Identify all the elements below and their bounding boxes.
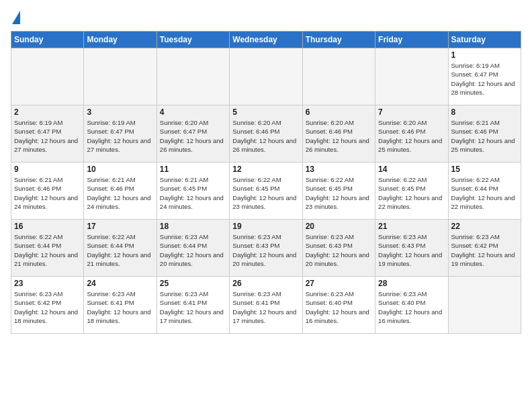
calendar-day-cell: 17Sunrise: 6:22 AM Sunset: 6:44 PM Dayli… <box>84 220 157 277</box>
day-info: Sunrise: 6:20 AM Sunset: 6:46 PM Dayligh… <box>232 118 299 154</box>
calendar-day-cell: 6Sunrise: 6:20 AM Sunset: 6:46 PM Daylig… <box>302 105 375 163</box>
day-info: Sunrise: 6:23 AM Sunset: 6:41 PM Dayligh… <box>160 289 226 325</box>
calendar-day-cell: 22Sunrise: 6:23 AM Sunset: 6:42 PM Dayli… <box>448 220 521 277</box>
day-info: Sunrise: 6:20 AM Sunset: 6:46 PM Dayligh… <box>306 118 372 154</box>
calendar-day-cell: 11Sunrise: 6:21 AM Sunset: 6:45 PM Dayli… <box>157 163 229 220</box>
day-info: Sunrise: 6:23 AM Sunset: 6:41 PM Dayligh… <box>232 289 299 325</box>
day-number: 18 <box>160 222 226 231</box>
calendar-day-cell: 10Sunrise: 6:21 AM Sunset: 6:46 PM Dayli… <box>84 163 157 220</box>
calendar-header-cell: Friday <box>375 32 448 48</box>
day-number: 16 <box>14 222 81 231</box>
calendar-day-cell: 7Sunrise: 6:20 AM Sunset: 6:46 PM Daylig… <box>375 105 448 163</box>
day-number: 20 <box>306 222 372 231</box>
day-info: Sunrise: 6:23 AM Sunset: 6:43 PM Dayligh… <box>378 232 445 268</box>
day-info: Sunrise: 6:23 AM Sunset: 6:40 PM Dayligh… <box>306 289 372 325</box>
day-info: Sunrise: 6:19 AM Sunset: 6:47 PM Dayligh… <box>451 61 518 97</box>
day-info: Sunrise: 6:23 AM Sunset: 6:42 PM Dayligh… <box>451 232 518 268</box>
calendar-day-cell <box>11 48 84 105</box>
day-number: 13 <box>306 165 372 174</box>
calendar-day-cell: 12Sunrise: 6:22 AM Sunset: 6:45 PM Dayli… <box>230 163 302 220</box>
calendar-day-cell: 5Sunrise: 6:20 AM Sunset: 6:46 PM Daylig… <box>230 105 302 163</box>
day-number: 14 <box>378 165 445 174</box>
calendar-week-row: 23Sunrise: 6:23 AM Sunset: 6:42 PM Dayli… <box>11 277 521 334</box>
calendar-header-cell: Wednesday <box>230 32 302 48</box>
day-info: Sunrise: 6:22 AM Sunset: 6:44 PM Dayligh… <box>451 175 518 211</box>
day-info: Sunrise: 6:23 AM Sunset: 6:43 PM Dayligh… <box>306 232 372 268</box>
day-number: 24 <box>87 279 153 288</box>
day-number: 6 <box>306 107 372 117</box>
calendar-day-cell: 16Sunrise: 6:22 AM Sunset: 6:44 PM Dayli… <box>11 220 84 277</box>
calendar-day-cell: 19Sunrise: 6:23 AM Sunset: 6:43 PM Dayli… <box>230 220 302 277</box>
day-info: Sunrise: 6:22 AM Sunset: 6:45 PM Dayligh… <box>306 175 372 211</box>
day-number: 22 <box>451 222 518 231</box>
day-number: 27 <box>306 279 372 288</box>
calendar-header-cell: Thursday <box>302 32 375 48</box>
calendar-day-cell: 9Sunrise: 6:21 AM Sunset: 6:46 PM Daylig… <box>11 163 84 220</box>
day-info: Sunrise: 6:22 AM Sunset: 6:45 PM Dayligh… <box>232 175 299 211</box>
day-number: 2 <box>14 107 81 117</box>
calendar-day-cell: 28Sunrise: 6:23 AM Sunset: 6:40 PM Dayli… <box>375 277 448 334</box>
day-number: 8 <box>451 107 518 117</box>
calendar-header-cell: Tuesday <box>157 32 229 48</box>
calendar-day-cell: 21Sunrise: 6:23 AM Sunset: 6:43 PM Dayli… <box>375 220 448 277</box>
day-info: Sunrise: 6:21 AM Sunset: 6:46 PM Dayligh… <box>14 175 81 211</box>
day-number: 23 <box>14 279 81 288</box>
calendar-header-row: SundayMondayTuesdayWednesdayThursdayFrid… <box>11 32 521 48</box>
day-number: 25 <box>160 279 226 288</box>
calendar-table: SundayMondayTuesdayWednesdayThursdayFrid… <box>11 31 521 334</box>
calendar-day-cell <box>230 48 302 105</box>
day-info: Sunrise: 6:19 AM Sunset: 6:47 PM Dayligh… <box>14 118 81 154</box>
calendar-day-cell: 3Sunrise: 6:19 AM Sunset: 6:47 PM Daylig… <box>84 105 157 163</box>
day-info: Sunrise: 6:21 AM Sunset: 6:45 PM Dayligh… <box>160 175 226 211</box>
page-header <box>11 11 521 24</box>
calendar-week-row: 1Sunrise: 6:19 AM Sunset: 6:47 PM Daylig… <box>11 48 521 105</box>
day-info: Sunrise: 6:23 AM Sunset: 6:40 PM Dayligh… <box>378 289 445 325</box>
calendar-week-row: 2Sunrise: 6:19 AM Sunset: 6:47 PM Daylig… <box>11 105 521 163</box>
day-info: Sunrise: 6:23 AM Sunset: 6:41 PM Dayligh… <box>87 289 153 325</box>
calendar-week-row: 16Sunrise: 6:22 AM Sunset: 6:44 PM Dayli… <box>11 220 521 277</box>
logo-triangle-icon <box>12 11 20 24</box>
day-number: 15 <box>451 165 518 174</box>
day-info: Sunrise: 6:20 AM Sunset: 6:47 PM Dayligh… <box>160 118 226 154</box>
calendar-header-cell: Saturday <box>448 32 521 48</box>
calendar-day-cell: 13Sunrise: 6:22 AM Sunset: 6:45 PM Dayli… <box>302 163 375 220</box>
day-number: 28 <box>378 279 445 288</box>
day-number: 21 <box>378 222 445 231</box>
calendar-day-cell <box>157 48 229 105</box>
calendar-day-cell: 20Sunrise: 6:23 AM Sunset: 6:43 PM Dayli… <box>302 220 375 277</box>
day-number: 9 <box>14 165 81 174</box>
calendar-day-cell: 24Sunrise: 6:23 AM Sunset: 6:41 PM Dayli… <box>84 277 157 334</box>
calendar-day-cell: 8Sunrise: 6:21 AM Sunset: 6:46 PM Daylig… <box>448 105 521 163</box>
day-info: Sunrise: 6:21 AM Sunset: 6:46 PM Dayligh… <box>451 118 518 154</box>
day-number: 11 <box>160 165 226 174</box>
calendar-day-cell <box>375 48 448 105</box>
calendar-day-cell: 27Sunrise: 6:23 AM Sunset: 6:40 PM Dayli… <box>302 277 375 334</box>
calendar-day-cell: 26Sunrise: 6:23 AM Sunset: 6:41 PM Dayli… <box>230 277 302 334</box>
calendar-day-cell: 25Sunrise: 6:23 AM Sunset: 6:41 PM Dayli… <box>157 277 229 334</box>
day-info: Sunrise: 6:22 AM Sunset: 6:44 PM Dayligh… <box>87 232 153 268</box>
day-number: 4 <box>160 107 226 117</box>
logo <box>11 11 20 24</box>
calendar-day-cell: 2Sunrise: 6:19 AM Sunset: 6:47 PM Daylig… <box>11 105 84 163</box>
calendar-day-cell <box>448 277 521 334</box>
day-number: 17 <box>87 222 153 231</box>
day-info: Sunrise: 6:23 AM Sunset: 6:43 PM Dayligh… <box>232 232 299 268</box>
calendar-day-cell: 23Sunrise: 6:23 AM Sunset: 6:42 PM Dayli… <box>11 277 84 334</box>
calendar-day-cell <box>84 48 157 105</box>
day-number: 1 <box>451 50 518 60</box>
calendar-day-cell: 18Sunrise: 6:23 AM Sunset: 6:44 PM Dayli… <box>157 220 229 277</box>
day-info: Sunrise: 6:21 AM Sunset: 6:46 PM Dayligh… <box>87 175 153 211</box>
day-number: 10 <box>87 165 153 174</box>
day-number: 3 <box>87 107 153 117</box>
day-number: 19 <box>232 222 299 231</box>
day-number: 5 <box>232 107 299 117</box>
calendar-header-cell: Monday <box>84 32 157 48</box>
day-number: 12 <box>232 165 299 174</box>
day-info: Sunrise: 6:20 AM Sunset: 6:46 PM Dayligh… <box>378 118 445 154</box>
calendar-day-cell: 4Sunrise: 6:20 AM Sunset: 6:47 PM Daylig… <box>157 105 229 163</box>
day-info: Sunrise: 6:23 AM Sunset: 6:42 PM Dayligh… <box>14 289 81 325</box>
calendar-body: 1Sunrise: 6:19 AM Sunset: 6:47 PM Daylig… <box>11 48 521 334</box>
day-number: 7 <box>378 107 445 117</box>
calendar-day-cell: 15Sunrise: 6:22 AM Sunset: 6:44 PM Dayli… <box>448 163 521 220</box>
day-info: Sunrise: 6:22 AM Sunset: 6:44 PM Dayligh… <box>14 232 81 268</box>
